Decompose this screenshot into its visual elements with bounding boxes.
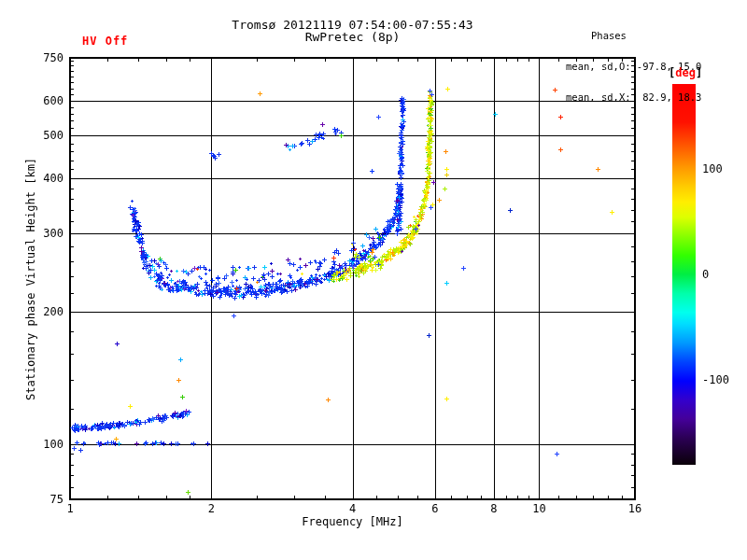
plot-subtitle: RwPretec (8p) [70,31,635,43]
colorbar-unit-label: [deg] [669,66,702,79]
colorbar-label-text: deg [675,66,696,79]
x-axis-title: Frequency [MHz] [70,515,635,528]
colorbar-label-close-bracket: ] [696,66,702,79]
ionogram-plot-page: HV Off Tromsø 20121119 07:54:00-07:55:43… [0,0,747,560]
y-axis-title: Stationary phase Virtual Height [km] [22,58,39,499]
phases-heading: Phases [566,31,701,41]
phases-x-mode-stats: mean, sd,X: 82.9, 18.3 [566,92,701,103]
title-block: Tromsø 20121119 07:54:00-07:55:43 RwPret… [70,19,635,43]
